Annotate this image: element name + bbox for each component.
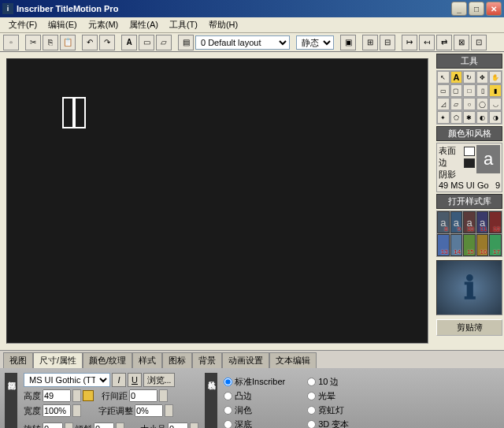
new-button[interactable]: ▫: [3, 35, 19, 50]
move-tool[interactable]: ✥: [476, 71, 489, 84]
star-tool[interactable]: ✦: [437, 111, 450, 124]
text-tool-button[interactable]: A: [121, 35, 137, 50]
style-cell[interactable]: 15: [463, 234, 476, 256]
skew-input[interactable]: [94, 422, 114, 428]
radio-deep[interactable]: 深底: [224, 419, 285, 428]
height-spin[interactable]: [72, 389, 81, 402]
menu-attr[interactable]: 属性(A): [124, 19, 164, 31]
style-cell[interactable]: 17: [489, 234, 502, 256]
burst-tool[interactable]: ✱: [463, 111, 476, 124]
ellipse-tool[interactable]: ◯: [476, 98, 489, 110]
rect-tool[interactable]: ▭: [437, 84, 450, 97]
tool-btn-a[interactable]: ▣: [340, 35, 356, 50]
pointer-tool[interactable]: ↖: [437, 71, 450, 84]
style-cell[interactable]: a8: [437, 211, 450, 233]
menu-help[interactable]: 帮助(H): [203, 19, 243, 31]
vtab-style[interactable]: 风格长装: [205, 373, 217, 428]
tool-btn-c[interactable]: ⊟: [380, 35, 395, 50]
width-input[interactable]: [43, 404, 71, 417]
linesp-spin[interactable]: [159, 389, 168, 402]
frame-tool[interactable]: ▯: [476, 84, 489, 97]
tab-icon[interactable]: 图标: [162, 352, 192, 368]
style-cell[interactable]: a9: [450, 211, 463, 233]
shape-tool-button[interactable]: ▱: [156, 35, 172, 50]
menu-tools[interactable]: 工具(T): [164, 19, 203, 31]
paste-button[interactable]: 📋: [60, 35, 76, 50]
menu-edit[interactable]: 编辑(E): [43, 19, 83, 31]
menu-file[interactable]: 文件(F): [3, 19, 43, 31]
tab-color[interactable]: 颜色/纹理: [83, 352, 132, 368]
browse-button[interactable]: 浏览...: [143, 373, 175, 387]
height-input[interactable]: [43, 389, 71, 402]
tool-btn-b[interactable]: ⊞: [362, 35, 378, 50]
tab-bg[interactable]: 背景: [192, 352, 222, 368]
square-tool[interactable]: □: [463, 84, 476, 97]
rotate-input[interactable]: [43, 422, 63, 428]
misc-tool-1[interactable]: ◐: [476, 111, 489, 124]
tab-size[interactable]: 尺寸/属性: [33, 352, 83, 368]
tool-btn-g[interactable]: ⊠: [454, 35, 469, 50]
style-cell[interactable]: a10: [463, 211, 476, 233]
arc-tool[interactable]: ◡: [489, 98, 502, 110]
style-cell[interactable]: 14: [450, 234, 463, 256]
poly-tool[interactable]: ⬠: [450, 111, 463, 124]
roundrect-tool[interactable]: ▢: [450, 84, 463, 97]
tab-view[interactable]: 视图: [3, 352, 33, 368]
select-tool-button[interactable]: ▭: [139, 35, 154, 50]
radio-glow[interactable]: 光晕: [307, 390, 369, 402]
underline-button[interactable]: U: [128, 373, 142, 387]
redo-button[interactable]: ↷: [99, 35, 115, 50]
layout-select[interactable]: 0 Default layout: [195, 35, 290, 50]
tool-btn-f[interactable]: ⇄: [436, 35, 452, 50]
misc-tool-2[interactable]: ◑: [489, 111, 502, 124]
style-cell[interactable]: 16: [476, 234, 489, 256]
radio-standard[interactable]: 标准Inscriber: [224, 376, 285, 388]
rotate-spin[interactable]: [65, 422, 73, 428]
skew-spin[interactable]: [116, 422, 124, 428]
hand-tool[interactable]: ✋: [489, 71, 502, 84]
static-select[interactable]: 静态: [296, 35, 334, 50]
tri-tool[interactable]: ◿: [437, 98, 450, 110]
clipboard-button[interactable]: 剪贴簿: [436, 319, 502, 336]
linesp-input[interactable]: [129, 389, 158, 402]
surface-swatch[interactable]: [464, 147, 475, 156]
undo-button[interactable]: ↶: [82, 35, 98, 50]
tool-btn-h[interactable]: ⊡: [471, 35, 487, 50]
font-select[interactable]: MS UI Gothic (TT): [24, 373, 110, 387]
maximize-button[interactable]: □: [469, 2, 484, 16]
menu-element[interactable]: 元素(M): [83, 19, 124, 31]
vtab-deep[interactable]: 深刻视格: [5, 373, 17, 428]
close-button[interactable]: ✕: [486, 2, 502, 16]
cut-button[interactable]: ✂: [25, 35, 41, 50]
minimize-button[interactable]: _: [451, 2, 467, 16]
style-cell[interactable]: 12: [489, 211, 502, 233]
highlight-tool[interactable]: ▮: [489, 84, 502, 97]
size-spin[interactable]: [190, 422, 198, 428]
tool-btn-e[interactable]: ↤: [419, 35, 435, 50]
tab-anim[interactable]: 动画设置: [222, 352, 269, 368]
style-cell[interactable]: 13: [437, 234, 450, 256]
size-input[interactable]: [168, 422, 188, 428]
text-tool[interactable]: A: [450, 71, 463, 84]
style-cell[interactable]: a11: [476, 211, 489, 233]
kern-spin[interactable]: [165, 404, 173, 417]
tab-style[interactable]: 样式: [132, 352, 162, 368]
width-spin[interactable]: [72, 404, 81, 417]
copy-button[interactable]: ⎘: [43, 35, 58, 50]
radio-convex[interactable]: 凸边: [224, 390, 285, 402]
lock-icon[interactable]: [83, 390, 94, 401]
radio-3d[interactable]: 3D 变本: [307, 419, 369, 428]
radio-10edge[interactable]: 10 边: [307, 376, 369, 388]
tool-btn-d[interactable]: ↦: [402, 35, 417, 50]
italic-button[interactable]: I: [112, 373, 126, 387]
radio-neon[interactable]: 霓虹灯: [307, 404, 369, 416]
canvas-area[interactable]: [6, 58, 428, 344]
kern-input[interactable]: [135, 404, 163, 417]
rotate-tool[interactable]: ↻: [463, 71, 476, 84]
para-tool[interactable]: ▱: [450, 98, 463, 110]
radio-glossy[interactable]: 润色: [224, 404, 285, 416]
layout-icon[interactable]: ▤: [178, 35, 194, 50]
tab-textedit[interactable]: 文本编辑: [269, 352, 317, 368]
circle-tool[interactable]: ○: [463, 98, 476, 110]
edge-swatch[interactable]: [464, 158, 475, 168]
